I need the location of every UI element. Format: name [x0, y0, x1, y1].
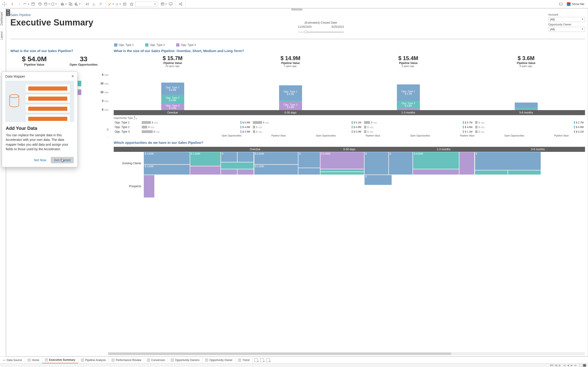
- svg-point-18: [10, 94, 19, 98]
- not-now-button[interactable]: Not Now: [32, 157, 49, 163]
- sheet-tab[interactable]: Executive Summary: [42, 357, 78, 364]
- drag-grip[interactable]: [292, 8, 302, 10]
- guide-button[interactable]: [558, 1, 564, 7]
- undo-history-button[interactable]: [23, 1, 29, 7]
- svg-point-14: [179, 4, 180, 5]
- svg-rect-0: [32, 3, 35, 6]
- modal-body: You can replace the sample data in this …: [6, 133, 74, 151]
- date-slider[interactable]: [298, 32, 344, 33]
- sheet-tab[interactable]: Conversion: [144, 357, 168, 363]
- filter-owner-label: Opportunity Owner: [548, 23, 585, 26]
- status-bar: FF: +0 -0 ⏮◀▶⏭: [0, 363, 588, 367]
- svg-rect-9: [76, 3, 77, 5]
- swap-button[interactable]: [84, 1, 90, 7]
- view-list-icon[interactable]: [583, 364, 586, 367]
- sheet-tabs: ▭ Data Source HomeExecutive SummaryPipel…: [0, 357, 588, 363]
- save-button[interactable]: [30, 1, 36, 7]
- horizontal-scrollbar[interactable]: [108, 352, 585, 355]
- kpi-open-opp: 33: [69, 55, 98, 63]
- side-tab-dashboard[interactable]: Dashboard: [0, 10, 3, 28]
- refresh-button[interactable]: [51, 1, 57, 7]
- legend-type1[interactable]: Opp. Type 1: [114, 43, 134, 47]
- forward-button[interactable]: [16, 1, 23, 7]
- left-section-title: What is the size of our Sales Pipeline?: [10, 49, 109, 53]
- side-tab-layout[interactable]: Layout: [0, 29, 3, 42]
- breadcrumb[interactable]: Sales Pipeline: [10, 13, 93, 17]
- legend-type2[interactable]: Opp. Type 2: [145, 43, 165, 47]
- page-title: Executive Summary: [10, 18, 93, 27]
- modal-close-icon[interactable]: ✕: [71, 74, 74, 78]
- slider-start: 11/30/2020: [298, 25, 312, 28]
- sort-asc-button[interactable]: [91, 1, 97, 7]
- tableau-logo: [2, 2, 6, 6]
- sheet-nav[interactable]: ⏮◀▶⏭: [563, 364, 577, 367]
- svg-rect-12: [161, 3, 164, 5]
- mini-table: Opportunity TypeAZ ▾ Opp. Type 15 opp.$ …: [114, 116, 585, 137]
- slider-label: (Estimated) Closed Date: [304, 21, 337, 24]
- share-button[interactable]: [177, 1, 184, 7]
- show-me-label: Show Me: [572, 2, 584, 6]
- modal-heading: Add Your Data: [6, 126, 74, 131]
- treemap[interactable]: Existing Clients$ 2,850K$ 2,550K$ 2,500K…: [114, 152, 585, 356]
- svg-rect-4: [62, 3, 63, 5]
- presentation-button[interactable]: [167, 1, 174, 7]
- sheet-datasource[interactable]: ▭ Data Source: [0, 357, 25, 363]
- dashboard-canvas: Sales Pipeline Executive Summary (Estima…: [6, 8, 588, 357]
- status-ff: FF: +0 -0: [550, 364, 561, 367]
- clear-button[interactable]: [74, 1, 81, 7]
- labels-button[interactable]: [121, 1, 128, 7]
- show-me-button[interactable]: Show Me: [565, 2, 587, 6]
- menu-icon[interactable]: ☰: [106, 128, 109, 131]
- kpi-pipeline-value: $ 54.0M: [22, 55, 47, 63]
- svg-rect-8: [75, 3, 76, 5]
- svg-point-2: [44, 2, 47, 4]
- sheet-tab[interactable]: Opportunity Owner: [203, 357, 236, 363]
- svg-point-1: [39, 2, 41, 4]
- svg-rect-5: [63, 4, 64, 5]
- modal-title: Data Mapper: [5, 74, 25, 78]
- sheet-tab[interactable]: Trend: [235, 357, 252, 363]
- sheet-tab[interactable]: Performance Review: [109, 357, 144, 363]
- get-started-button[interactable]: Get Started: [51, 157, 74, 163]
- toolbar-search[interactable]: [135, 1, 157, 7]
- back-button[interactable]: [9, 1, 16, 7]
- duplicate-button[interactable]: [67, 1, 74, 7]
- right-section-title: What is the size of our Sales Pipeline: …: [114, 49, 585, 53]
- sheet-tab[interactable]: Opportunity Owners: [168, 357, 203, 363]
- collapse-handle[interactable]: ✕▸▾: [6, 9, 10, 16]
- show-me-icon: [567, 2, 571, 6]
- slider-end: 9/25/2023: [331, 25, 344, 28]
- svg-rect-3: [61, 3, 62, 5]
- data-mapper-modal: Data Mapper ✕ Add Your Data You can repl…: [2, 72, 78, 167]
- sheet-tab[interactable]: Pipeline Analysis: [78, 357, 109, 363]
- kpi-pipeline-label: Pipeline Value: [22, 63, 47, 66]
- pin-button[interactable]: [128, 1, 135, 7]
- view-grid-icon[interactable]: [579, 364, 582, 367]
- new-data-source-button[interactable]: [37, 1, 43, 7]
- modal-illustration: [5, 81, 74, 122]
- filter-account[interactable]: (All): [548, 17, 585, 22]
- svg-rect-13: [169, 3, 172, 5]
- legend-type3[interactable]: Opp. Type 3: [176, 43, 196, 47]
- kpi-open-opp-label: Open Opportunities: [69, 63, 98, 66]
- group-button[interactable]: [115, 1, 121, 7]
- treemap-title: Which opportunities do we have in our Sa…: [114, 141, 585, 144]
- svg-point-10: [117, 6, 117, 6]
- fit-button[interactable]: [161, 1, 167, 7]
- side-tabs: Dashboard Layout: [0, 8, 6, 360]
- sheet-add-buttons[interactable]: [252, 357, 272, 363]
- sort-desc-button[interactable]: [98, 1, 104, 7]
- sheet-tab[interactable]: Home: [25, 357, 42, 363]
- bucket-axis: Overdue0-30 days1-3 months3-6 months: [114, 110, 585, 115]
- highlight-button[interactable]: [108, 1, 114, 7]
- pause-updates-button[interactable]: [44, 1, 50, 7]
- treemap-header: Overdue0-30 days1-3 months3-6 months: [114, 147, 585, 152]
- new-worksheet-button[interactable]: [61, 1, 67, 7]
- arrow-right-icon[interactable]: →: [106, 135, 109, 139]
- filter-owner[interactable]: (All): [548, 27, 585, 32]
- stacked-bucket-chart[interactable]: $ 15.7MPipeline Value14 open opp.Opp. Ty…: [114, 55, 585, 110]
- svg-rect-17: [559, 3, 562, 5]
- svg-point-15: [181, 2, 182, 3]
- svg-point-16: [181, 5, 182, 6]
- toolbar: Show Me: [0, 0, 588, 8]
